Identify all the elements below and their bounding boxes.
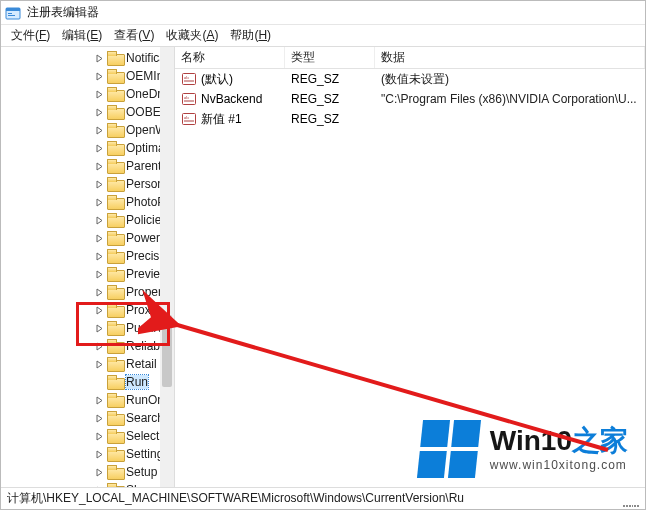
tree-node[interactable]: Persona	[5, 175, 174, 193]
svg-text:ab: ab	[184, 95, 189, 100]
expander-icon[interactable]	[93, 52, 105, 64]
expander-icon[interactable]	[93, 88, 105, 100]
folder-icon	[107, 447, 123, 461]
menu-file[interactable]: 文件(F)	[5, 25, 56, 46]
tree-node[interactable]: Retail	[5, 355, 174, 373]
scrollbar-thumb[interactable]	[162, 315, 172, 387]
tree-node[interactable]: Parenta	[5, 157, 174, 175]
expander-icon[interactable]	[93, 412, 105, 424]
expander-icon[interactable]	[93, 358, 105, 370]
tree-node[interactable]: PushNo	[5, 319, 174, 337]
tree-pane[interactable]: NotificaOEMInfoOneDrivOOBEOpenWOptimalPa…	[1, 47, 175, 487]
window-title: 注册表编辑器	[27, 4, 99, 21]
menu-help[interactable]: 帮助(H)	[224, 25, 277, 46]
tree-node[interactable]: Preview	[5, 265, 174, 283]
value-list[interactable]: ab(默认)REG_SZ(数值未设置)abNvBackendREG_SZ"C:\…	[175, 69, 645, 487]
folder-icon	[107, 51, 123, 65]
tree-node[interactable]: RunOn	[5, 391, 174, 409]
resize-grip[interactable]	[623, 491, 639, 507]
tree-scrollbar[interactable]	[160, 47, 174, 487]
tree-node[interactable]: Propert	[5, 283, 174, 301]
tree-node[interactable]: Setup	[5, 463, 174, 481]
folder-icon	[107, 141, 123, 155]
tree-node[interactable]: PowerE	[5, 229, 174, 247]
svg-rect-1	[6, 8, 20, 11]
tree-node-label: Search	[126, 411, 164, 425]
expander-icon[interactable]	[93, 232, 105, 244]
tree-node[interactable]: Selectiv	[5, 427, 174, 445]
string-value-icon: ab	[181, 91, 197, 107]
folder-icon	[107, 123, 123, 137]
folder-icon	[107, 267, 123, 281]
expander-icon[interactable]	[93, 430, 105, 442]
tree-node-label: OOBE	[126, 105, 161, 119]
tree-node[interactable]: SharedD	[5, 481, 174, 487]
expander-icon[interactable]	[93, 340, 105, 352]
expander-icon[interactable]	[93, 466, 105, 478]
expander-icon[interactable]	[93, 160, 105, 172]
tree-node[interactable]: Notifica	[5, 49, 174, 67]
value-list-pane: 名称 类型 数据 ab(默认)REG_SZ(数值未设置)abNvBackendR…	[175, 47, 645, 487]
tree-node[interactable]: Reliabili	[5, 337, 174, 355]
svg-rect-12	[184, 121, 194, 122]
menu-edit[interactable]: 编辑(E)	[56, 25, 108, 46]
value-data-cell: (数值未设置)	[375, 71, 645, 88]
expander-icon[interactable]	[93, 142, 105, 154]
expander-icon[interactable]	[93, 484, 105, 487]
folder-icon	[107, 483, 123, 487]
tree-node[interactable]: PhotoPr	[5, 193, 174, 211]
folder-icon	[107, 249, 123, 263]
title-bar[interactable]: 注册表编辑器	[1, 1, 645, 25]
registry-tree[interactable]: NotificaOEMInfoOneDrivOOBEOpenWOptimalPa…	[1, 47, 174, 487]
value-data-cell: "C:\Program Files (x86)\NVIDIA Corporati…	[375, 92, 645, 106]
value-name-cell: abNvBackend	[175, 91, 285, 107]
svg-rect-3	[8, 15, 15, 16]
expander-icon[interactable]	[93, 268, 105, 280]
svg-rect-6	[184, 81, 194, 82]
expander-icon[interactable]	[93, 394, 105, 406]
tree-node[interactable]: Precisio	[5, 247, 174, 265]
expander-icon[interactable]	[93, 178, 105, 190]
tree-node[interactable]: OOBE	[5, 103, 174, 121]
folder-icon	[107, 159, 123, 173]
tree-node-label: Run	[126, 375, 148, 389]
menu-bar: 文件(F) 编辑(E) 查看(V) 收藏夹(A) 帮助(H)	[1, 25, 645, 47]
svg-text:ab: ab	[184, 75, 189, 80]
value-row[interactable]: abNvBackendREG_SZ"C:\Program Files (x86)…	[175, 89, 645, 109]
tree-node[interactable]: SettingS	[5, 445, 174, 463]
folder-icon	[107, 231, 123, 245]
column-name[interactable]: 名称	[175, 47, 285, 68]
tree-node[interactable]: Search	[5, 409, 174, 427]
folder-icon	[107, 465, 123, 479]
value-row[interactable]: ab(默认)REG_SZ(数值未设置)	[175, 69, 645, 89]
value-name: 新值 #1	[201, 111, 242, 128]
expander-icon[interactable]	[93, 322, 105, 334]
tree-node[interactable]: Policies	[5, 211, 174, 229]
expander-icon[interactable]	[93, 214, 105, 226]
tree-node-label: Setup	[126, 465, 157, 479]
expander-icon[interactable]	[93, 304, 105, 316]
menu-favorites[interactable]: 收藏夹(A)	[160, 25, 224, 46]
expander-icon[interactable]	[93, 250, 105, 262]
tree-node[interactable]: OpenW	[5, 121, 174, 139]
column-data[interactable]: 数据	[375, 47, 645, 68]
expander-icon[interactable]	[93, 124, 105, 136]
column-type[interactable]: 类型	[285, 47, 375, 68]
tree-node[interactable]: Optimal	[5, 139, 174, 157]
expander-icon[interactable]	[93, 196, 105, 208]
tree-node[interactable]: Proximi	[5, 301, 174, 319]
value-name-cell: ab(默认)	[175, 71, 285, 88]
value-name: NvBackend	[201, 92, 262, 106]
menu-view[interactable]: 查看(V)	[108, 25, 160, 46]
expander-icon[interactable]	[93, 70, 105, 82]
value-row[interactable]: ab新值 #1REG_SZ	[175, 109, 645, 129]
expander-icon[interactable]	[93, 448, 105, 460]
value-name: (默认)	[201, 71, 233, 88]
tree-node[interactable]: Run	[5, 373, 174, 391]
expander-icon[interactable]	[93, 286, 105, 298]
tree-node[interactable]: OneDriv	[5, 85, 174, 103]
folder-icon	[107, 429, 123, 443]
string-value-icon: ab	[181, 71, 197, 87]
expander-icon[interactable]	[93, 106, 105, 118]
tree-node[interactable]: OEMInfo	[5, 67, 174, 85]
